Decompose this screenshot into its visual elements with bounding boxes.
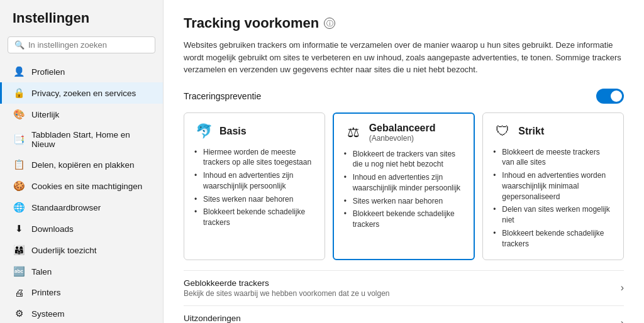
sidebar-item-uiterlijk[interactable]: 🎨 Uiterlijk bbox=[0, 104, 163, 125]
nav-label-systeem: Systeem bbox=[31, 309, 65, 319]
card-bullets-basis: Hiermee worden de meeste trackers op all… bbox=[194, 146, 314, 230]
card-title-basis: Basis bbox=[219, 126, 247, 137]
card-bullets-strikt: Blokkeert de meeste trackers van alle si… bbox=[493, 146, 613, 251]
sidebar-item-printers[interactable]: 🖨 Printers bbox=[0, 282, 163, 303]
card-bullet: Blokkeert bekende schadelijke trackers bbox=[194, 205, 314, 229]
nav-icon-tabbladen: 📑 bbox=[13, 134, 25, 145]
card-icon-gebalanceerd: ⚖ bbox=[344, 123, 363, 142]
tracering-label: Traceringspreventie bbox=[184, 91, 261, 101]
list-rows: Geblokkeerde trackers Bekijk de sites wa… bbox=[184, 270, 624, 323]
sidebar-item-tabbladen[interactable]: 📑 Tabbladen Start, Home en Nieuw bbox=[0, 125, 163, 154]
card-bullet: Blokkeert bekende schadelijke trackers bbox=[493, 227, 613, 251]
card-bullet: Inhoud en advertenties zijn waarschijnli… bbox=[194, 169, 314, 193]
sidebar: Instellingen 🔍 👤 Profielen 🔒 Privacy, zo… bbox=[0, 0, 164, 323]
nav-label-profielen: Profielen bbox=[31, 67, 65, 77]
tracering-toggle[interactable] bbox=[596, 89, 624, 104]
list-row-content-uitzonderingen: Uitzonderingen Alle trackers toestaan op… bbox=[184, 314, 320, 323]
sidebar-nav: 👤 Profielen 🔒 Privacy, zoeken en service… bbox=[0, 61, 163, 323]
page-header: Tracking voorkomen ⓘ bbox=[184, 15, 624, 31]
card-subtitle-gebalanceerd: (Aanbevolen) bbox=[369, 134, 436, 143]
card-title-strikt: Strikt bbox=[518, 126, 544, 137]
card-bullet: Blokkeert bekende schadelijke trackers bbox=[344, 207, 464, 231]
card-header-strikt: 🛡 Strikt bbox=[493, 122, 613, 141]
main-content: Tracking voorkomen ⓘ Websites gebruiken … bbox=[164, 0, 644, 323]
nav-icon-ouderlijk: 👨‍👩‍👧 bbox=[13, 244, 25, 256]
card-bullet: Sites werken naar behoren bbox=[344, 195, 464, 208]
nav-icon-cookies: 🍪 bbox=[13, 180, 25, 192]
list-row-title-geblokkeerde-trackers: Geblokkeerde trackers bbox=[184, 278, 390, 288]
sidebar-item-systeem[interactable]: ⚙ Systeem bbox=[0, 303, 163, 323]
nav-icon-printers: 🖨 bbox=[13, 287, 25, 298]
card-bullet: Blokkeert de meeste trackers van alle si… bbox=[493, 146, 613, 170]
nav-icon-talen: 🔤 bbox=[13, 266, 25, 277]
sidebar-item-talen[interactable]: 🔤 Talen bbox=[0, 261, 163, 282]
chevron-icon-uitzonderingen: › bbox=[621, 317, 624, 323]
sidebar-item-standaardbrowser[interactable]: 🌐 Standaardbrowser bbox=[0, 197, 163, 218]
list-row-uitzonderingen[interactable]: Uitzonderingen Alle trackers toestaan op… bbox=[184, 305, 624, 323]
card-bullet: Hiermee worden de meeste trackers op all… bbox=[194, 146, 314, 170]
sidebar-item-profielen[interactable]: 👤 Profielen bbox=[0, 61, 163, 82]
card-icon-basis: 🐬 bbox=[194, 122, 213, 141]
nav-label-privacy: Privacy, zoeken en services bbox=[31, 89, 136, 98]
tracering-section-header: Traceringspreventie bbox=[184, 89, 624, 104]
card-bullet: Delen van sites werken mogelijk niet bbox=[493, 203, 613, 227]
page-title: Tracking voorkomen bbox=[184, 15, 319, 31]
nav-label-uiterlijk: Uiterlijk bbox=[31, 110, 59, 119]
sidebar-item-downloads[interactable]: ⬇ Downloads bbox=[0, 218, 163, 239]
search-icon: 🔍 bbox=[14, 40, 25, 50]
nav-icon-downloads: ⬇ bbox=[13, 223, 25, 234]
card-basis[interactable]: 🐬 Basis Hiermee worden de meeste tracker… bbox=[184, 112, 325, 260]
nav-icon-profielen: 👤 bbox=[13, 66, 25, 77]
cards-container: 🐬 Basis Hiermee worden de meeste tracker… bbox=[184, 112, 624, 260]
sidebar-item-delen[interactable]: 📋 Delen, kopiëren en plakken bbox=[0, 154, 163, 175]
nav-label-printers: Printers bbox=[31, 288, 61, 297]
nav-label-tabbladen: Tabbladen Start, Home en Nieuw bbox=[31, 130, 150, 149]
card-header-gebalanceerd: ⚖ Gebalanceerd (Aanbevolen) bbox=[344, 123, 464, 143]
card-bullets-gebalanceerd: Blokkeert de trackers van sites die u no… bbox=[344, 148, 464, 232]
card-bullet: Sites werken naar behoren bbox=[194, 193, 314, 206]
sidebar-item-privacy[interactable]: 🔒 Privacy, zoeken en services bbox=[0, 82, 163, 104]
nav-icon-uiterlijk: 🎨 bbox=[13, 109, 25, 120]
card-strikt[interactable]: 🛡 Strikt Blokkeert de meeste trackers va… bbox=[482, 112, 624, 260]
nav-label-delen: Delen, kopiëren en plakken bbox=[31, 160, 135, 170]
sidebar-item-cookies[interactable]: 🍪 Cookies en site machtigingen bbox=[0, 175, 163, 197]
card-gebalanceerd[interactable]: ⚖ Gebalanceerd (Aanbevolen) Blokkeert de… bbox=[333, 112, 475, 260]
nav-label-cookies: Cookies en site machtigingen bbox=[31, 182, 142, 191]
card-bullet: Blokkeert de trackers van sites die u no… bbox=[344, 148, 464, 172]
chevron-icon-geblokkeerde-trackers: › bbox=[621, 282, 624, 293]
nav-label-ouderlijk: Ouderlijk toezicht bbox=[31, 246, 97, 255]
search-box[interactable]: 🔍 bbox=[8, 36, 155, 53]
nav-label-talen: Talen bbox=[31, 267, 52, 276]
list-row-geblokkeerde-trackers[interactable]: Geblokkeerde trackers Bekijk de sites wa… bbox=[184, 270, 624, 305]
list-row-title-uitzonderingen: Uitzonderingen bbox=[184, 314, 320, 323]
nav-icon-privacy: 🔒 bbox=[13, 87, 25, 99]
nav-label-standaardbrowser: Standaardbrowser bbox=[31, 203, 101, 212]
card-title-gebalanceerd: Gebalanceerd bbox=[369, 123, 436, 134]
info-icon[interactable]: ⓘ bbox=[324, 18, 335, 29]
list-row-content-geblokkeerde-trackers: Geblokkeerde trackers Bekijk de sites wa… bbox=[184, 278, 390, 298]
search-input[interactable] bbox=[28, 40, 148, 50]
nav-label-downloads: Downloads bbox=[31, 224, 74, 234]
description: Websites gebruiken trackers om informati… bbox=[184, 39, 624, 76]
nav-icon-delen: 📋 bbox=[13, 159, 25, 170]
card-bullet: Inhoud en advertenties zijn waarschijnli… bbox=[344, 171, 464, 195]
sidebar-title: Instellingen bbox=[0, 10, 163, 36]
list-row-desc-geblokkeerde-trackers: Bekijk de sites waarbij we hebben voorko… bbox=[184, 289, 390, 298]
sidebar-item-ouderlijk[interactable]: 👨‍👩‍👧 Ouderlijk toezicht bbox=[0, 239, 163, 261]
nav-icon-standaardbrowser: 🌐 bbox=[13, 202, 25, 213]
card-header-basis: 🐬 Basis bbox=[194, 122, 314, 141]
nav-icon-systeem: ⚙ bbox=[13, 308, 25, 319]
card-icon-strikt: 🛡 bbox=[493, 122, 512, 141]
card-bullet: Inhoud en advertenties worden waarschijn… bbox=[493, 169, 613, 203]
